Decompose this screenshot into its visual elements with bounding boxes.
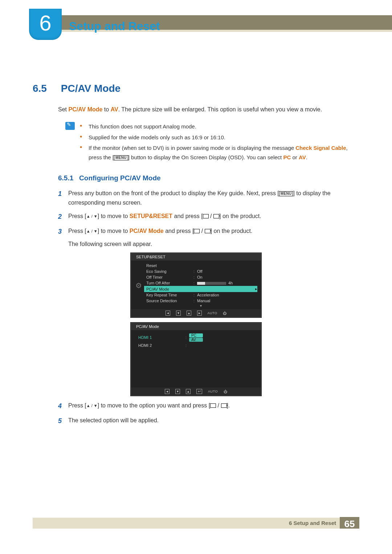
note-text: Supplied for the wide models only such a… xyxy=(89,133,225,142)
osd-row: Off Timer:On xyxy=(144,274,257,280)
step-3: 3 Press [▲ / ▼] to move to PC/AV Mode an… xyxy=(58,226,359,249)
menu-button-label: MENU xyxy=(114,155,128,160)
note-text: If the monitor (when set to DVI) is in p… xyxy=(89,143,359,162)
bullet-icon: • xyxy=(80,143,89,162)
chapter-title: Setup and Reset xyxy=(69,20,160,33)
page-number: 65 xyxy=(340,517,359,529)
osd-row: Turn Off After:4h xyxy=(144,280,257,286)
section-intro: Set PC/AV Mode to AV. The picture size w… xyxy=(58,105,359,114)
step-text: Press any button on the front of the pro… xyxy=(68,189,359,207)
source-icon xyxy=(210,403,216,408)
osd-title: PC/AV Mode xyxy=(131,323,261,330)
nav-enter-icon: ↩ xyxy=(196,389,202,394)
menu-button-label: MENU xyxy=(279,191,293,196)
step-5: 5 The selected option will be applied. xyxy=(58,416,359,426)
osd-row: Eco Saving:Off xyxy=(144,268,257,274)
chapter-header: 6 Setup and Reset xyxy=(0,10,392,43)
step-number: 5 xyxy=(58,416,68,426)
osd-screenshot-pcav: PC/AV Mode HDMI 1 : PC AV HDMI 2 xyxy=(131,323,261,396)
note-item: • Supplied for the wide models only such… xyxy=(80,133,359,142)
steps-list: 1 Press any button on the front of the p… xyxy=(58,189,359,426)
page-footer: 6 Setup and Reset 65 xyxy=(0,518,392,529)
osd-menu: Reset Eco Saving:Off Off Timer:On Turn O… xyxy=(144,263,257,308)
enter-icon xyxy=(221,403,227,408)
step-2: 2 Press [▲ / ▼] to move to SETUP&RESET a… xyxy=(58,212,359,222)
subsection-number: 6.5.1 xyxy=(58,174,73,182)
bullet-icon: • xyxy=(80,122,89,131)
section-heading: 6.5 PC/AV Mode xyxy=(33,83,359,94)
osd-title: SETUP&RESET xyxy=(131,253,261,260)
auto-label: AUTO xyxy=(208,390,218,393)
gear-icon: ⚙ xyxy=(135,281,142,290)
nav-up-icon: ▴ xyxy=(186,389,191,394)
osd-row: Source Detection:Manual xyxy=(144,298,257,304)
up-down-icon: ▲ / ▼ xyxy=(86,229,98,233)
nav-down-icon: ▾ xyxy=(175,389,180,394)
osd-row: HDMI 2 : xyxy=(136,342,257,348)
osd-row: HDMI 1 : PC AV xyxy=(136,332,257,342)
step-number: 3 xyxy=(58,226,68,249)
bullet-icon: • xyxy=(80,133,89,142)
up-down-icon: ▲ / ▼ xyxy=(86,214,98,218)
nav-up-icon: ▴ xyxy=(187,311,191,316)
nav-left-icon: ◂ xyxy=(166,311,170,316)
section-title: PC/AV Mode xyxy=(61,83,121,94)
option-av: AV xyxy=(189,338,203,342)
note-icon-wrap xyxy=(65,122,80,163)
nav-right-icon: ▸ xyxy=(197,311,202,316)
step-text: Press [▲ / ▼] to move to SETUP&RESET and… xyxy=(68,212,359,222)
step-text: Press [▲ / ▼] to move to the option you … xyxy=(68,401,359,411)
step-1: 1 Press any button on the front of the p… xyxy=(58,189,359,207)
step-3-note: The following screen will appear. xyxy=(68,239,359,249)
note-icon xyxy=(65,122,75,130)
enter-icon xyxy=(213,214,219,218)
up-down-icon: ▲ / ▼ xyxy=(86,403,98,408)
note-list: • This function does not support Analog … xyxy=(80,122,359,163)
osd-panel: SETUP&RESET ⚙ Reset Eco Saving:Off Off T… xyxy=(131,253,261,317)
source-icon xyxy=(194,229,200,233)
note-text: This function does not support Analog mo… xyxy=(89,122,196,131)
step-number: 4 xyxy=(58,401,68,411)
subsection-heading: 6.5.1 Configuring PC/AV Mode xyxy=(58,174,359,182)
source-icon xyxy=(203,214,209,218)
note-item: • This function does not support Analog … xyxy=(80,122,359,131)
osd-panel: PC/AV Mode HDMI 1 : PC AV HDMI 2 xyxy=(131,323,261,396)
osd-footer: ◂ ▾ ▴ ▸ AUTO ⏻ xyxy=(131,309,261,317)
power-icon: ⏻ xyxy=(223,311,226,315)
page-content: 6.5 PC/AV Mode Set PC/AV Mode to AV. The… xyxy=(0,43,392,445)
option-pc: PC xyxy=(189,333,203,337)
subsection-title: Configuring PC/AV Mode xyxy=(79,174,160,182)
nav-left-icon: ◂ xyxy=(165,389,170,394)
osd-screenshot-setup-reset: SETUP&RESET ⚙ Reset Eco Saving:Off Off T… xyxy=(131,253,261,317)
section-number: 6.5 xyxy=(33,83,58,94)
note-block: • This function does not support Analog … xyxy=(65,122,359,163)
osd-footer: ◂ ▾ ▴ ↩ AUTO ⏻ xyxy=(131,387,261,395)
nav-down-icon: ▾ xyxy=(176,311,181,316)
note-item: • If the monitor (when set to DVI) is in… xyxy=(80,143,359,162)
auto-label: AUTO xyxy=(208,311,217,315)
step-text: The selected option will be applied. xyxy=(68,416,359,426)
osd-row: Reset xyxy=(144,263,257,268)
step-number: 2 xyxy=(58,212,68,222)
enter-icon xyxy=(205,229,211,233)
osd-row-highlighted: PC/AV Mode▸ xyxy=(144,286,257,292)
step-text: Press [▲ / ▼] to move to PC/AV Mode and … xyxy=(68,226,359,249)
scroll-down-icon: ▾ xyxy=(144,304,257,308)
osd-menu: HDMI 1 : PC AV HDMI 2 : xyxy=(136,332,257,387)
chapter-number-badge: 6 xyxy=(29,9,62,40)
progress-bar xyxy=(197,282,226,285)
footer-chapter-label: 6 Setup and Reset xyxy=(289,520,336,526)
power-icon: ⏻ xyxy=(224,390,227,394)
step-number: 1 xyxy=(58,189,68,207)
step-4: 4 Press [▲ / ▼] to move to the option yo… xyxy=(58,401,359,411)
osd-row: Key Repeat Time:Acceleration xyxy=(144,292,257,298)
